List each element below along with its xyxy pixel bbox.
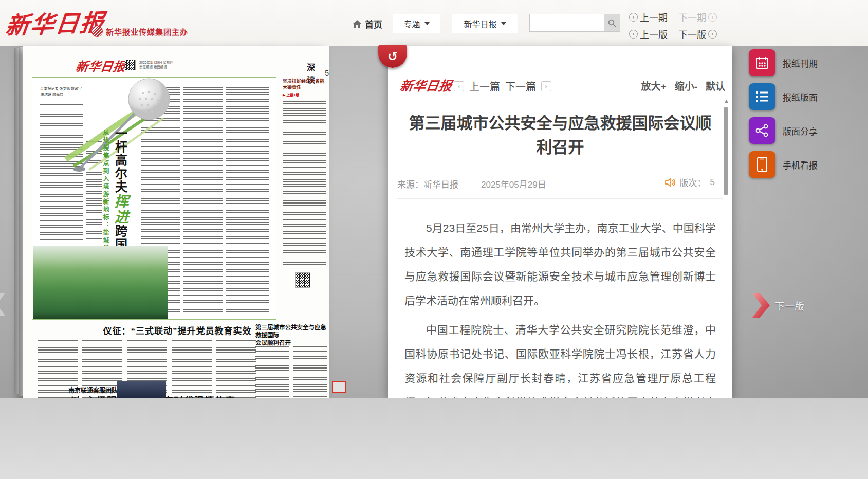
text-column	[226, 243, 269, 313]
divider	[397, 198, 723, 199]
next-article-icon[interactable]: ›	[541, 81, 551, 91]
article-qr-code	[295, 272, 310, 288]
rail-button[interactable]	[749, 83, 775, 110]
zoom-in-button[interactable]: 放大+	[641, 79, 667, 93]
rail-label: 报纸版面	[783, 90, 818, 103]
share-icon	[755, 123, 769, 138]
prev-issue-button[interactable]: ‹ 上一期	[629, 10, 678, 24]
scrollbar-thumb[interactable]	[724, 107, 728, 195]
article-conference-body	[255, 346, 327, 398]
continuation-tag: ▶ 上接1版	[283, 92, 326, 97]
date-line: 2025年5月29日 星期四	[139, 60, 173, 65]
article-reader-panel: ↺ 新华日报 ‹ 上一篇 下一篇 › 放大+ 缩小- 默认 第三届城市公共安全与…	[388, 46, 732, 398]
rail-button[interactable]	[749, 49, 775, 76]
chevron-down-icon	[424, 22, 430, 25]
next-issue-label: 下一期	[678, 10, 706, 24]
golf-course-photo	[33, 246, 168, 319]
prev-page-label: 上一版	[640, 27, 668, 41]
masthead-qr-code	[125, 60, 136, 70]
headline-line: 会议顺利召开	[255, 339, 327, 347]
editor-line: 责任编辑 版面编辑	[139, 65, 173, 69]
headline-part-green: 挥进	[112, 194, 128, 225]
rail-item-pages[interactable]: 报纸版面	[749, 83, 818, 110]
next-page-label: 下一版	[678, 27, 706, 41]
golf-article-box[interactable]: □ 本报记者 张文婧 姚政宇 陈珺璐 顾巍钦	[32, 77, 276, 320]
next-article-button[interactable]: 下一篇	[505, 79, 536, 94]
prev-page-button[interactable]: ‹ 上一版	[629, 27, 678, 41]
article-source: 来源：新华日报	[397, 177, 458, 190]
rail-button[interactable]	[749, 117, 775, 144]
divider	[322, 69, 322, 77]
page-stack-edge	[14, 48, 19, 394]
calendar-icon	[755, 56, 769, 70]
brand-text: 新华报业传媒集团主办	[106, 26, 188, 37]
article-yizheng-headline: 仪征：“三式联动”提升党员教育实效	[100, 324, 254, 337]
search-icon	[608, 19, 616, 27]
brand-emblem-icon	[91, 26, 103, 37]
search-button[interactable]	[604, 14, 620, 32]
article-title: 第三届城市公共安全与应急救援国际会议顺利召开	[403, 111, 717, 159]
list-icon	[755, 90, 769, 103]
nav-home-label: 首页	[365, 17, 382, 30]
nav-paper-dropdown[interactable]: 新华日报	[452, 14, 518, 33]
page-value: 5	[710, 177, 715, 188]
page-number: 5	[325, 69, 329, 77]
chevron-right-icon	[751, 292, 771, 319]
headline-part: 一杆高尔夫	[113, 127, 127, 194]
chevron-down-icon	[501, 22, 506, 25]
font-size-controls: 放大+ 缩小- 默认	[641, 79, 725, 93]
nav-topics-dropdown[interactable]: 专题	[393, 14, 440, 33]
continuation-title: 坚决扛好经济大省挑大梁责任	[283, 78, 326, 90]
article-meta: 来源：新华日报 2025年05月29日 版次： 5	[397, 176, 723, 189]
circle-right-icon: ›	[708, 30, 717, 39]
photo-caption-strip	[33, 312, 168, 319]
page-label: 版次：	[680, 176, 706, 189]
scroll-up-arrow[interactable]: ▲	[724, 98, 729, 104]
circle-right-icon: ›	[708, 13, 717, 22]
page-stack-edge	[19, 47, 23, 396]
page: 新华日报 新华报业传媒集团主办 首页 专题 新华日报	[0, 0, 868, 479]
rail-label: 手机看报	[783, 158, 818, 171]
rail-item-share[interactable]: 版面分享	[749, 117, 818, 144]
newspaper-page-preview[interactable]: 新华日报 2025年5月29日 星期四 责任编辑 版面编辑 深读 5 □ 本报记…	[23, 46, 329, 398]
search-bar	[529, 14, 620, 32]
next-issue-button: 下一期 ›	[678, 10, 728, 24]
headline-line: 第三届城市公共安全与应急救援国际	[255, 324, 327, 339]
text-column	[183, 243, 223, 313]
text-column	[183, 85, 223, 239]
text-column	[283, 99, 326, 268]
bottom-strip	[0, 398, 868, 479]
rail-item-issues[interactable]: 报纸刊期	[749, 49, 818, 76]
next-page-arrow[interactable]: 下一版	[751, 292, 804, 319]
reader-logo: 新华日报	[399, 76, 453, 94]
zoom-out-button[interactable]: 缩小-	[675, 79, 697, 93]
continuation-column: 坚决扛好经济大省挑大梁责任 ▶ 上接1版	[283, 78, 326, 315]
nav-topics-label: 专题	[403, 17, 420, 30]
reader-scrollbar[interactable]: ▲	[723, 98, 729, 398]
circle-left-icon: ‹	[629, 30, 638, 39]
newspaper-masthead-logo: 新华日报	[75, 57, 127, 75]
prev-page-arrow[interactable]	[0, 292, 6, 319]
prev-article-icon[interactable]: ‹	[454, 81, 464, 91]
speaker-icon[interactable]	[664, 177, 676, 188]
article-body: 5月23日至25日，由常州大学主办，南京工业大学、中国科学技术大学、南通理工学院…	[396, 200, 724, 398]
text-column	[226, 85, 269, 239]
back-to-page-button[interactable]: ↺	[378, 45, 407, 68]
rail-button[interactable]	[749, 151, 775, 178]
issue-page-pager: ‹ 上一期 下一期 › ‹ 上一版 下一版 ›	[629, 10, 728, 41]
nav-paper-label: 新华日报	[464, 17, 496, 30]
next-page-button[interactable]: 下一版 ›	[678, 27, 728, 41]
prev-issue-label: 上一期	[640, 10, 668, 24]
article-paragraph: 5月23日至25日，由常州大学主办，南京工业大学、中国科学技术大学、南通理工学院…	[404, 216, 716, 312]
zoom-reset-button[interactable]: 默认	[706, 79, 725, 93]
article-conference-headline: 第三届城市公共安全与应急救援国际 会议顺利召开	[255, 324, 327, 347]
return-arrow-icon: ↺	[387, 49, 398, 64]
nav-home[interactable]: 首页	[353, 17, 382, 30]
home-icon	[353, 20, 362, 28]
search-input[interactable]	[529, 14, 604, 32]
rail-item-mobile[interactable]: 手机看报	[749, 151, 818, 178]
rail-label: 报纸刊期	[783, 57, 818, 69]
masthead-date-line: 2025年5月29日 星期四 责任编辑 版面编辑	[139, 60, 173, 69]
circle-left-icon: ‹	[629, 13, 638, 22]
prev-article-button[interactable]: 上一篇	[469, 79, 500, 94]
